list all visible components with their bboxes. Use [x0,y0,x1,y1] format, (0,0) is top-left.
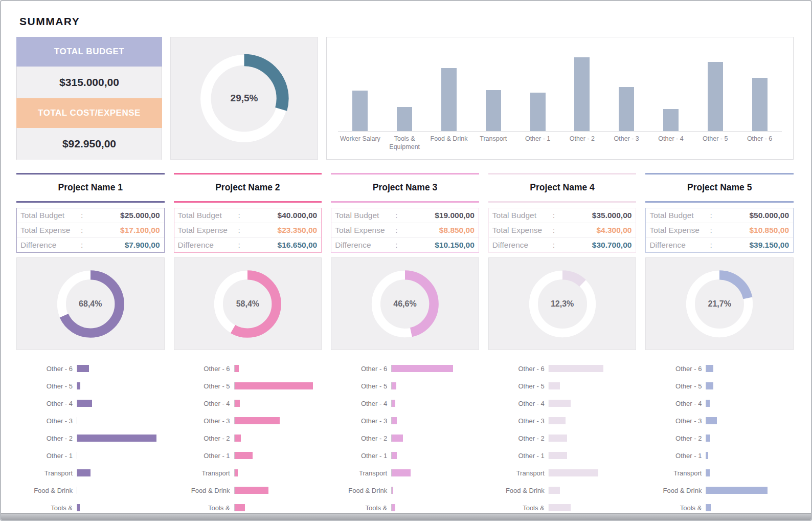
hbar-track [391,504,479,511]
project-title: Project Name 1 [16,175,165,201]
vbar-category-label: Worker Salary [338,132,382,154]
project-stats-table[interactable]: Total Budget : $40.000,00 Total Expense … [174,208,322,253]
hbar-track [391,365,479,372]
project-title: Project Name 2 [174,175,322,201]
hbar-track [706,452,794,459]
hbar-row: Other - 3 [174,412,322,429]
hbar-row: Food & Drink [488,482,637,499]
vbar-bar [352,91,368,131]
project-donut-wrap: 12,3% [522,264,603,344]
stat-row-difference: Difference : $16.650,00 [174,237,322,252]
hbar-track [549,469,637,476]
project-donut-chart[interactable]: 21,7% [645,257,794,350]
hbar-row: Other - 6 [645,360,794,377]
window-bottom-edge [1,513,811,520]
stat-colon: : [395,241,401,250]
hbar-row: Other - 2 [174,429,322,447]
stat-label-difference: Difference [20,241,81,250]
stat-row-difference: Difference : $10.150,00 [331,237,479,252]
project-category-bar-chart[interactable]: Other - 6 Other - 5 Other - 4 Other - 3 … [174,356,322,521]
stat-colon: : [81,226,87,235]
hbar-track [234,435,322,442]
hbar-bar [549,504,571,511]
stat-row-budget: Total Budget : $25.000,00 [17,208,164,223]
hbar-category-label: Other - 6 [645,365,706,373]
stat-colon: : [553,211,559,220]
hbar-rows: Other - 6 Other - 5 Other - 4 Other - 3 … [16,360,165,516]
vbar-column: Other - 3 [604,53,649,154]
project-donut-chart[interactable]: 46,6% [331,257,479,350]
hbar-track [234,400,322,407]
hbar-track [234,417,322,424]
hbar-bar [549,452,567,459]
hbar-track [549,435,637,442]
hbar-track [549,400,637,407]
hbar-bar [549,400,571,407]
hbar-category-label: Other - 1 [174,452,234,460]
hbar-track [77,504,165,511]
hbar-track [77,365,165,372]
hbar-bar [77,504,80,511]
project-column: Project Name 3 Total Budget : $19.000,00… [331,173,479,521]
hbar-track [391,469,479,476]
project-stats-table[interactable]: Total Budget : $25.000,00 Total Expense … [16,208,165,253]
hbar-track [549,487,637,494]
hbar-track [391,400,479,407]
vbar-area [737,53,782,132]
project-stats-table[interactable]: Total Budget : $50.000,00 Total Expense … [645,208,794,253]
project-donut-chart[interactable]: 68,4% [16,257,165,350]
hbar-category-label: Transport [645,469,706,477]
hbar-category-label: Other - 3 [174,417,234,425]
vbar-column: Other - 2 [560,53,604,154]
project-donut-chart[interactable]: 58,4% [174,257,322,350]
project-donut-wrap: 58,4% [207,264,288,344]
hbar-category-label: Food & Drink [174,487,234,494]
hbar-track [706,382,794,389]
hbar-category-label: Transport [16,469,77,477]
hbar-category-label: Transport [331,469,391,477]
hbar-row: Food & Drink [16,482,165,499]
hbar-bar [549,469,598,476]
hbar-category-label: Other - 1 [645,452,706,460]
hbar-track [549,417,637,424]
hbar-bar [235,382,313,389]
vbar-area [649,53,693,132]
stat-label-expense: Total Expense [649,226,710,235]
project-category-bar-chart[interactable]: Other - 6 Other - 5 Other - 4 Other - 3 … [645,356,794,521]
hbar-track [234,365,322,372]
vbar-category-label: Other - 2 [560,132,604,154]
hbar-track [234,382,322,389]
vbar-category-label: Other - 3 [604,132,648,154]
project-stats-table[interactable]: Total Budget : $35.000,00 Total Expense … [488,208,637,253]
stat-row-budget: Total Budget : $40.000,00 [174,208,322,223]
project-donut-chart[interactable]: 12,3% [488,257,637,350]
total-summary-card[interactable]: TOTAL BUDGET $315.000,00 TOTAL COST/EXPE… [16,37,162,160]
hbar-category-label: Other - 2 [488,435,549,442]
vbar-area [560,53,604,132]
hbar-row: Other - 1 [16,447,165,464]
project-category-bar-chart[interactable]: Other - 6 Other - 5 Other - 4 Other - 3 … [331,356,479,521]
stat-value-difference: $30.700,00 [559,241,632,250]
vbar-bar [752,78,768,131]
hbar-row: Other - 1 [331,447,479,464]
summary-donut-chart[interactable]: 29,5% [170,37,318,160]
category-expense-bar-chart[interactable]: Worker Salary Tools & Equipment Food & D… [326,37,794,160]
hbar-category-label: Other - 4 [16,400,77,407]
hbar-track [234,469,322,476]
stat-colon: : [553,241,559,250]
project-category-bar-chart[interactable]: Other - 6 Other - 5 Other - 4 Other - 3 … [16,356,165,521]
project-stats-table[interactable]: Total Budget : $19.000,00 Total Expense … [331,208,479,253]
hbar-rows: Other - 6 Other - 5 Other - 4 Other - 3 … [488,360,637,516]
vbar-bar [663,109,679,131]
stat-value-budget: $50.000,00 [716,211,789,220]
hbar-category-label: Tools & [16,504,77,512]
hbar-track [391,417,479,424]
hbar-row: Other - 5 [645,377,794,395]
stat-colon: : [81,241,87,250]
projects-row: Project Name 1 Total Budget : $25.000,00… [16,173,794,521]
hbar-category-label: Other - 5 [488,382,549,390]
project-category-bar-chart[interactable]: Other - 6 Other - 5 Other - 4 Other - 3 … [488,356,637,521]
hbar-track [391,435,479,442]
vbar-area [471,53,515,132]
hbar-category-label: Other - 6 [331,365,391,373]
